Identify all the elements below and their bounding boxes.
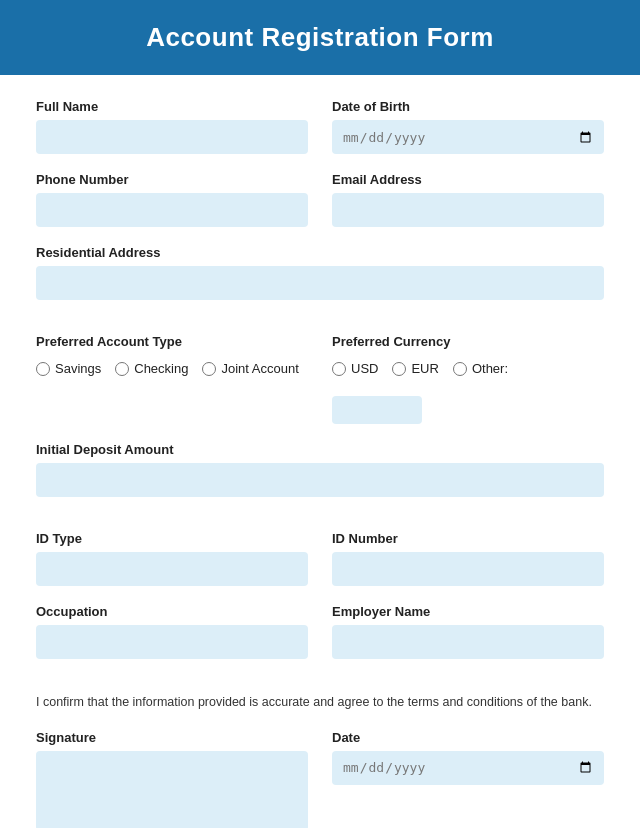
group-email: Email Address	[332, 172, 604, 227]
row-id: ID Type ID Number	[36, 531, 604, 586]
label-phone: Phone Number	[36, 172, 308, 187]
group-currency: Preferred Currency USD EUR Other:	[332, 334, 604, 424]
row-phone-email: Phone Number Email Address	[36, 172, 604, 227]
group-employer: Employer Name	[332, 604, 604, 659]
radio-eur[interactable]: EUR	[392, 361, 438, 376]
label-id-number: ID Number	[332, 531, 604, 546]
radio-joint[interactable]: Joint Account	[202, 361, 298, 376]
input-dob[interactable]	[332, 120, 604, 154]
radio-eur-input[interactable]	[392, 362, 406, 376]
confirm-text: I confirm that the information provided …	[36, 693, 604, 712]
group-account-type: Preferred Account Type Savings Checking …	[36, 334, 308, 424]
radio-checking[interactable]: Checking	[115, 361, 188, 376]
group-full-name: Full Name	[36, 99, 308, 154]
radio-other-input[interactable]	[453, 362, 467, 376]
form-container: Account Registration Form Full Name Date…	[0, 0, 640, 828]
input-full-name[interactable]	[36, 120, 308, 154]
label-occupation: Occupation	[36, 604, 308, 619]
label-signature: Signature	[36, 730, 308, 745]
radio-group-account-type: Savings Checking Joint Account	[36, 361, 308, 382]
radio-savings[interactable]: Savings	[36, 361, 101, 376]
input-phone[interactable]	[36, 193, 308, 227]
group-dob: Date of Birth	[332, 99, 604, 154]
radio-usd-input[interactable]	[332, 362, 346, 376]
label-deposit: Initial Deposit Amount	[36, 442, 604, 457]
input-occupation[interactable]	[36, 625, 308, 659]
row-name-dob: Full Name Date of Birth	[36, 99, 604, 154]
form-header: Account Registration Form	[0, 0, 640, 75]
input-currency-other[interactable]	[332, 396, 422, 424]
row-occupation-employer: Occupation Employer Name	[36, 604, 604, 659]
radio-checking-label: Checking	[134, 361, 188, 376]
input-date[interactable]	[332, 751, 604, 785]
input-employer[interactable]	[332, 625, 604, 659]
input-address[interactable]	[36, 266, 604, 300]
radio-other[interactable]: Other:	[453, 361, 508, 376]
radio-other-label: Other:	[472, 361, 508, 376]
row-deposit: Initial Deposit Amount	[36, 442, 604, 497]
radio-joint-input[interactable]	[202, 362, 216, 376]
row-account-currency: Preferred Account Type Savings Checking …	[36, 334, 604, 424]
radio-joint-label: Joint Account	[221, 361, 298, 376]
radio-eur-label: EUR	[411, 361, 438, 376]
label-email: Email Address	[332, 172, 604, 187]
label-id-type: ID Type	[36, 531, 308, 546]
group-deposit: Initial Deposit Amount	[36, 442, 604, 497]
form-title: Account Registration Form	[20, 22, 620, 53]
radio-savings-input[interactable]	[36, 362, 50, 376]
group-signature: Signature	[36, 730, 308, 828]
input-email[interactable]	[332, 193, 604, 227]
label-full-name: Full Name	[36, 99, 308, 114]
label-account-type: Preferred Account Type	[36, 334, 308, 349]
radio-savings-label: Savings	[55, 361, 101, 376]
radio-group-currency: USD EUR Other:	[332, 361, 604, 424]
radio-usd[interactable]: USD	[332, 361, 378, 376]
input-id-number[interactable]	[332, 552, 604, 586]
label-employer: Employer Name	[332, 604, 604, 619]
group-address: Residential Address	[36, 245, 604, 300]
radio-usd-label: USD	[351, 361, 378, 376]
form-body: Full Name Date of Birth Phone Number Ema…	[0, 75, 640, 828]
row-signature-date: Signature Date	[36, 730, 604, 828]
group-date: Date	[332, 730, 604, 828]
label-currency: Preferred Currency	[332, 334, 604, 349]
input-deposit[interactable]	[36, 463, 604, 497]
row-address: Residential Address	[36, 245, 604, 300]
group-id-type: ID Type	[36, 531, 308, 586]
input-id-type[interactable]	[36, 552, 308, 586]
group-occupation: Occupation	[36, 604, 308, 659]
label-date: Date	[332, 730, 604, 745]
radio-checking-input[interactable]	[115, 362, 129, 376]
label-address: Residential Address	[36, 245, 604, 260]
label-dob: Date of Birth	[332, 99, 604, 114]
group-id-number: ID Number	[332, 531, 604, 586]
signature-box[interactable]	[36, 751, 308, 828]
group-phone: Phone Number	[36, 172, 308, 227]
